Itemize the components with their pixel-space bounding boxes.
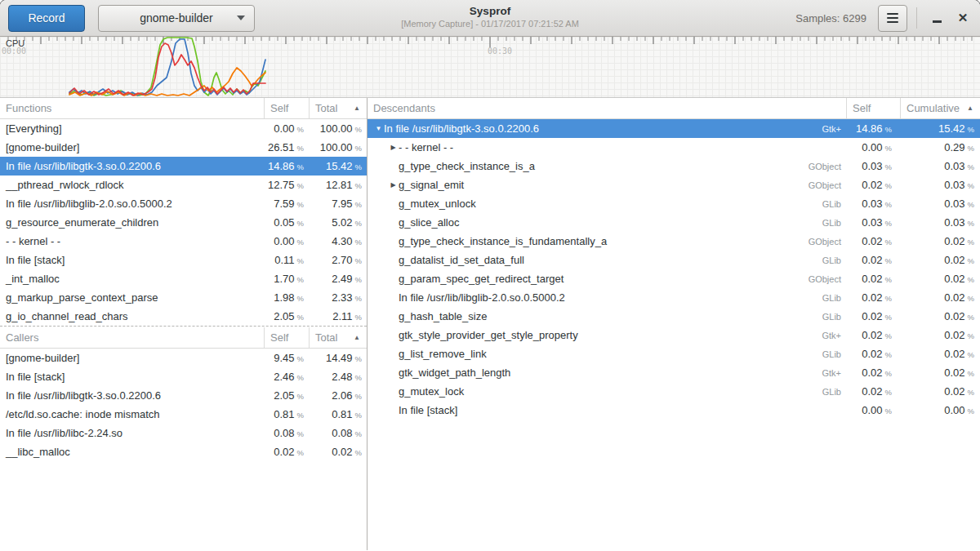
self-percent: 0.02% <box>847 348 901 360</box>
table-row[interactable]: In file /usr/lib/libgtk-3.so.0.2200.62.0… <box>0 386 367 405</box>
callers-table-header: Callers Self Total ▲ <box>0 327 367 349</box>
close-button[interactable]: ✕ <box>952 7 973 29</box>
percent-sign: % <box>968 125 974 134</box>
cumulative-percent: 0.03% <box>901 160 980 172</box>
tree-row[interactable]: g_datalist_id_set_data_fullGLib0.02%0.02… <box>368 251 980 269</box>
tree-row[interactable]: g_mutex_lockGLib0.02%0.02% <box>368 382 980 401</box>
table-row[interactable]: _int_malloc1.70%2.49% <box>0 269 367 288</box>
tree-row[interactable]: g_hash_table_sizeGLib0.02%0.02% <box>368 307 980 326</box>
function-label: g_slice_alloc <box>399 216 459 229</box>
header-separator <box>916 7 917 29</box>
library-tag: Gtk+ <box>822 124 847 134</box>
percent-sign: % <box>968 350 974 359</box>
function-name: [gnome-builder] <box>0 138 265 157</box>
table-row[interactable]: - - kernel - -0.00%4.30% <box>0 232 367 251</box>
tree-row[interactable]: gtk_style_provider_get_style_propertyGtk… <box>368 326 980 344</box>
function-label: g_mutex_lock <box>399 385 464 398</box>
cumulative-percent: 0.02% <box>901 291 980 304</box>
total-percent: 0.08% <box>310 427 367 439</box>
percent-sign: % <box>885 313 892 322</box>
tree-row[interactable]: ▼In file /usr/lib/libgtk-3.so.0.2200.6Gt… <box>368 119 980 138</box>
table-row[interactable]: g_io_channel_read_chars2.05%2.11% <box>0 307 367 326</box>
total-percent: 100.00% <box>310 141 367 153</box>
function-label: gtk_style_provider_get_style_property <box>399 329 578 341</box>
table-row[interactable]: /etc/ld.so.cache: inode mismatch0.81%0.8… <box>0 405 367 424</box>
hamburger-menu-button[interactable] <box>878 5 907 32</box>
table-row[interactable]: In file /usr/lib/libgtk-3.so.0.2200.614.… <box>0 157 367 176</box>
tree-row[interactable]: gtk_widget_path_lengthGtk+0.02%0.02% <box>368 363 980 382</box>
process-selector-dropdown[interactable]: gnome-builder <box>98 5 255 32</box>
minimize-button[interactable] <box>926 7 947 29</box>
percent-sign: % <box>297 429 304 438</box>
percent-sign: % <box>355 392 362 401</box>
percent-sign: % <box>355 411 362 420</box>
function-name: g_markup_parse_context_parse <box>0 288 265 307</box>
expander-closed-icon[interactable]: ▶ <box>388 181 399 189</box>
column-header-self[interactable]: Self <box>265 98 310 118</box>
total-percent: 15.42% <box>310 160 367 172</box>
column-header-callers[interactable]: Callers <box>0 327 265 348</box>
sysprof-window: Record gnome-builder Sysprof [Memory Cap… <box>0 0 980 551</box>
samples-count: Samples: 6299 <box>795 12 866 24</box>
table-row[interactable]: In file /usr/lib/libglib-2.0.so.0.5000.2… <box>0 194 367 213</box>
tree-row[interactable]: g_mutex_unlockGLib0.03%0.03% <box>368 194 980 213</box>
function-name: /etc/ld.so.cache: inode mismatch <box>0 405 265 424</box>
tree-row[interactable]: In file [stack]0.00%0.00% <box>368 401 980 420</box>
percent-sign: % <box>297 392 304 401</box>
percent-sign: % <box>297 294 304 303</box>
percent-sign: % <box>885 256 892 265</box>
table-row[interactable]: [Everything]0.00%100.00% <box>0 119 367 138</box>
column-header-functions[interactable]: Functions <box>0 98 265 118</box>
self-percent: 1.98% <box>265 291 310 304</box>
tree-row[interactable]: g_type_check_instance_is_fundamentally_a… <box>368 232 980 251</box>
percent-sign: % <box>885 162 892 171</box>
table-row[interactable]: __libc_malloc0.02%0.02% <box>0 442 367 461</box>
self-percent: 0.00% <box>847 404 901 416</box>
table-row[interactable]: In file /usr/lib/libc-2.24.so0.08%0.08% <box>0 424 367 442</box>
column-header-total[interactable]: Total ▲ <box>310 327 367 348</box>
hamburger-icon <box>887 13 898 15</box>
expander-closed-icon[interactable]: ▶ <box>388 144 399 151</box>
column-header-self[interactable]: Self <box>847 98 901 118</box>
percent-sign: % <box>355 162 362 171</box>
cpu-usage-graph[interactable]: CPU 00:00 00:30 <box>0 37 980 98</box>
table-row[interactable]: In file [stack]0.11%2.70% <box>0 251 367 269</box>
column-header-total[interactable]: Total ▲ <box>310 98 367 118</box>
table-row[interactable]: g_markup_parse_context_parse1.98%2.33% <box>0 288 367 307</box>
function-name: ▼In file /usr/lib/libgtk-3.so.0.2200.6Gt… <box>368 119 847 138</box>
tree-row[interactable]: ▶g_signal_emitGObject0.02%0.03% <box>368 176 980 194</box>
percent-sign: % <box>885 350 892 359</box>
self-percent: 0.00% <box>847 141 901 153</box>
library-tag: GLib <box>822 199 847 209</box>
tree-row[interactable]: In file /usr/lib/libglib-2.0.so.0.5000.2… <box>368 288 980 307</box>
percent-sign: % <box>297 373 304 382</box>
total-percent: 2.48% <box>310 371 367 383</box>
column-header-cumulative[interactable]: Cumulative ▲ <box>901 98 980 118</box>
function-label: gtk_widget_path_length <box>399 367 510 379</box>
tree-row[interactable]: g_type_check_instance_is_aGObject0.03%0.… <box>368 157 980 176</box>
cumulative-percent: 0.03% <box>901 198 980 210</box>
self-percent: 0.03% <box>847 216 901 229</box>
percent-sign: % <box>885 125 892 134</box>
expander-open-icon[interactable]: ▼ <box>373 125 384 132</box>
tree-row[interactable]: g_slice_allocGLib0.03%0.03% <box>368 213 980 232</box>
function-name: g_slice_allocGLib <box>368 213 847 232</box>
function-label: g_type_check_instance_is_fundamentally_a <box>399 235 607 247</box>
percent-sign: % <box>355 275 362 284</box>
column-header-self[interactable]: Self <box>265 327 310 348</box>
tree-row[interactable]: g_list_remove_linkGLib0.02%0.02% <box>368 344 980 363</box>
table-row[interactable]: __pthread_rwlock_rdlock12.75%12.81% <box>0 176 367 194</box>
table-row[interactable]: In file [stack]2.46%2.48% <box>0 367 367 386</box>
percent-sign: % <box>885 388 892 397</box>
column-header-descendants[interactable]: Descendants <box>368 98 847 118</box>
record-button[interactable]: Record <box>8 5 85 32</box>
table-row[interactable]: g_resource_enumerate_children0.05%5.02% <box>0 213 367 232</box>
tree-row[interactable]: ▶- - kernel - -0.00%0.29% <box>368 138 980 157</box>
table-row[interactable]: [gnome-builder]9.45%14.49% <box>0 349 367 367</box>
self-percent: 0.02% <box>847 273 901 285</box>
function-name: g_mutex_unlockGLib <box>368 194 847 213</box>
function-name: In file /usr/lib/libc-2.24.so <box>0 424 265 442</box>
self-percent: 0.02% <box>847 310 901 322</box>
tree-row[interactable]: g_param_spec_get_redirect_targetGObject0… <box>368 269 980 288</box>
table-row[interactable]: [gnome-builder]26.51%100.00% <box>0 138 367 157</box>
